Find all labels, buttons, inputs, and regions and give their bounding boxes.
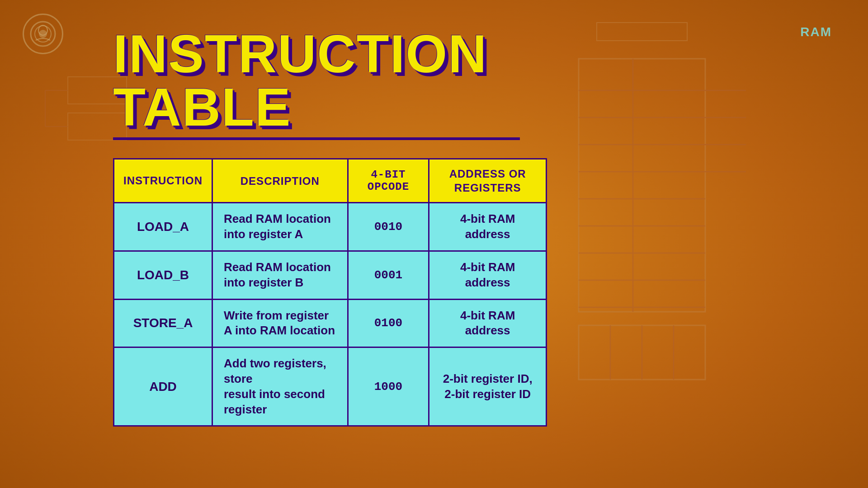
header-opcode: 4-BIT OPCODE	[348, 159, 429, 203]
instruction-table: INSTRUCTION DESCRIPTION 4-BIT OPCODE ADD…	[113, 158, 547, 427]
cell-instruction: STORE_A	[114, 299, 212, 347]
pbs-logo	[23, 14, 63, 54]
cell-description: Add two registers, storeresult into seco…	[212, 347, 348, 426]
cell-opcode: 1000	[348, 347, 429, 426]
header-description: DESCRIPTION	[212, 159, 348, 203]
table-row: LOAD_ARead RAM locationinto register A00…	[114, 203, 547, 251]
cell-description: Read RAM locationinto register A	[212, 203, 348, 251]
title-underline	[113, 137, 520, 140]
cell-description: Write from registerA into RAM location	[212, 299, 348, 347]
title-container: INSTRUCTION TABLE	[113, 27, 547, 140]
table-row: LOAD_BRead RAM locationinto register B00…	[114, 251, 547, 299]
header-instruction: INSTRUCTION	[114, 159, 212, 203]
cell-description: Read RAM locationinto register B	[212, 251, 348, 299]
cell-instruction: LOAD_B	[114, 251, 212, 299]
cell-address: 4-bit RAM address	[429, 251, 547, 299]
cell-opcode: 0100	[348, 299, 429, 347]
cell-address: 4-bit RAM address	[429, 299, 547, 347]
cell-opcode: 0010	[348, 203, 429, 251]
cell-instruction: LOAD_A	[114, 203, 212, 251]
cell-address: 2-bit register ID,2-bit register ID	[429, 347, 547, 426]
table-row: ADDAdd two registers, storeresult into s…	[114, 347, 547, 426]
page-title: INSTRUCTION TABLE	[113, 27, 547, 134]
header-address: ADDRESS OR REGISTERS	[429, 159, 547, 203]
cell-address: 4-bit RAM address	[429, 203, 547, 251]
cell-opcode: 0001	[348, 251, 429, 299]
cell-instruction: ADD	[114, 347, 212, 426]
table-row: STORE_AWrite from registerA into RAM loc…	[114, 299, 547, 347]
